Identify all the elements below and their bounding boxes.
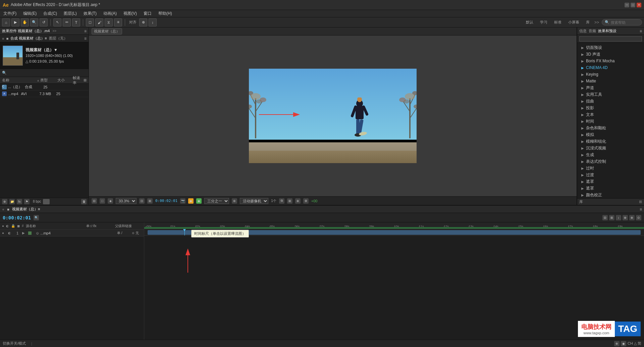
comp-fit[interactable]: ⊡ [139,198,145,204]
menu-layer[interactable]: 图层(L) [62,11,78,16]
effect-item-16[interactable]: ▶ 生成 [577,151,644,158]
effect-item-18[interactable]: ▶ 过时 [577,165,644,171]
effect-item-3[interactable]: ▶ CINEMA 4D [577,64,644,71]
rotate-tool[interactable]: ↺ [40,18,48,26]
effect-item-6[interactable]: ▶ 声道 [577,84,644,91]
effect-item-15[interactable]: ▶ 沉浸式视频 [577,145,644,151]
comp-grid[interactable]: ⊞ [287,198,292,204]
effect-item-10[interactable]: ▶ 文本 [577,111,644,118]
effect-item-9[interactable]: ▶ 投影 [577,105,644,111]
file-row-mp4[interactable]: A ...mp4 AVI 7.3 MB 25 [0,90,89,97]
panel2-menu[interactable]: ≡ [84,36,87,41]
ws-standard[interactable]: 标准 [552,19,564,25]
tl-ctrl-6[interactable]: ⊙ [636,215,641,220]
effect-item-22[interactable]: ▶ 颜色校正 [577,192,644,198]
camera-select[interactable]: 活动摄像机 [240,198,268,204]
tl-ctrl-3[interactable]: ↕ [616,215,621,220]
minimize-button[interactable]: ─ [625,3,629,7]
tl-ctrl-5[interactable]: ⊕ [629,215,635,220]
effect-item-7[interactable]: ▶ 实用工具 [577,91,644,98]
close-button[interactable]: ✕ [637,3,641,7]
effect-item-13[interactable]: ▶ 模拟 [577,131,644,138]
hand-tool[interactable]: ✋ [21,18,29,26]
effect-item-14[interactable]: ▶ 模糊和锐化 [577,138,644,145]
ws-small[interactable]: 小屏幕 [566,19,581,25]
comp-camera[interactable]: 📷 [180,198,185,204]
trash-icon[interactable]: 🗑 [81,199,87,204]
comp-ctrl-3[interactable]: ◈ [108,198,113,204]
effect-item-20[interactable]: ▶ 遮罩 [577,178,644,185]
comp-render[interactable]: ⊛ [232,198,237,204]
status-icon-2[interactable]: ◉ [621,341,626,346]
comp-color-2[interactable]: ◉ [196,198,202,204]
puppet-tool[interactable]: ✳ [114,18,122,26]
comp-ctrl-2[interactable]: □ [100,198,105,204]
align-tool[interactable]: ⊕ [139,18,147,26]
menu-comp[interactable]: 合成(C) [42,11,58,16]
shape-tool[interactable]: ◻ [86,18,94,26]
layer-row-1[interactable]: ● ◐ 1 ▶ ☺ ...mp4 单 / ⊙ 无 [0,230,144,236]
comp-aspect[interactable]: ⊞ [147,198,153,204]
effects-search-input[interactable] [579,36,642,42]
maximize-button[interactable]: □ [631,3,635,7]
menu-file[interactable]: 文件(F) [2,11,18,16]
tl-ctrl-2[interactable]: ⊞ [609,215,614,220]
tab-project[interactable]: 效果控件 视频素材（总）.m4 [2,28,50,33]
effect-item-2[interactable]: ▶ Boris FX Mocha [577,58,644,64]
quality-select[interactable]: 三分之一 完整 二分之一 [204,198,229,204]
layer-eye[interactable]: ● [2,231,7,235]
text-tool[interactable]: T [72,18,80,26]
ws-learn[interactable]: 学习 [538,19,549,25]
home-tool[interactable]: ⌂ [2,18,10,26]
layer-solo-btn[interactable]: ◐ [8,231,13,235]
new-folder-icon[interactable]: 📁 [9,199,15,204]
help-search[interactable]: 🔍 [602,19,642,25]
status-icon-1[interactable]: ⊕ [614,341,620,346]
comp-color-1[interactable]: ◉ [188,198,194,204]
snap-tool[interactable]: ↕ [149,18,157,26]
file-row-comp[interactable]: C ...（总） 合成 25 [0,84,89,90]
effect-item-4[interactable]: ▶ Keying [577,71,644,78]
playhead[interactable] [184,229,185,235]
effect-item-12[interactable]: ▶ 杂色和颗粒 [577,125,644,131]
tl-search[interactable]: 🔍 [34,215,39,220]
zoom-select[interactable]: 33.3% 50% 100% [116,198,137,204]
flag-icon[interactable]: ⚑ [24,199,30,204]
comp-ctrl-1[interactable]: ⊟ [92,198,97,204]
brush-tool[interactable]: 🖌 [95,18,103,26]
pen-tool[interactable]: ✏ [63,18,71,26]
ws-library[interactable]: 库 [584,19,592,25]
window-controls[interactable]: ─ □ ✕ [625,3,641,7]
menu-view[interactable]: 视图(V) [122,11,138,16]
menu-effects[interactable]: 效果(T) [82,11,98,16]
effect-icon[interactable]: fx [17,199,22,204]
panel-menu-icon[interactable]: ≡ [84,29,87,33]
color-icon[interactable] [43,199,50,204]
select-tool[interactable]: ↖ [53,18,61,26]
paint-tool[interactable]: ⧖ [105,18,113,26]
timeline-tab-main[interactable]: 视频素材（总）≡ [12,207,40,212]
tab-effects[interactable]: 效果和预设 [598,28,616,33]
comp-tab-active[interactable]: 合成 视频素材（总）≡ [10,36,47,41]
effect-item-0[interactable]: ▶ 切面预设 [577,44,644,51]
effect-item-11[interactable]: ▶ 时间 [577,118,644,125]
comp-snap[interactable]: ⚙ [303,198,309,204]
effect-item-17[interactable]: ▶ 表达式控制 [577,158,644,165]
search-input[interactable] [611,20,638,24]
effects-menu[interactable]: ≡ [640,29,642,33]
layer-tab[interactable]: 图层（无） [49,36,67,41]
tl-menu[interactable]: ≡ [640,207,642,212]
menu-animation[interactable]: 动画(A) [102,11,118,16]
tab-info[interactable]: 信息 [579,28,587,33]
tl-ctrl-4[interactable]: ⊗ [623,215,628,220]
new-comp-icon[interactable]: ⊕ [2,199,7,204]
workspace-overflow[interactable]: >> [594,20,599,25]
effect-item-21[interactable]: ▶ 遮罩 [577,185,644,192]
tab-audio[interactable]: 音频 [589,28,596,33]
menu-window[interactable]: 窗口 [142,11,153,16]
effect-item-1[interactable]: ▶ 3D 声道 [577,51,644,58]
effect-item-5[interactable]: ▶ Matte [577,78,644,84]
play-tool[interactable]: ▶ [11,18,19,26]
tl-ctrl-1[interactable]: ⊟ [602,215,608,220]
zoom-tool[interactable]: 🔍 [30,18,38,26]
